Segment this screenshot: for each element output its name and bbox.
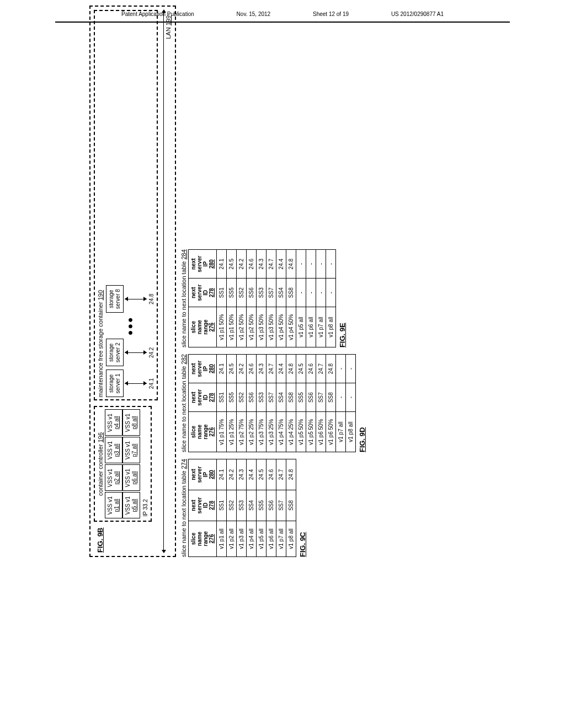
controller-box: container controller 196 VSS v1p1 allVSS… (94, 406, 152, 522)
table-row: v1 p3 75%SS324.3 (257, 355, 266, 452)
table-row: v1 p4 50%SS824.8 (286, 250, 296, 347)
table-row: v1 p2 50%SS224.2 (237, 250, 247, 347)
table-cell: 24.7 (316, 355, 326, 383)
table-9c: slice name to next location table 274sli… (179, 459, 296, 557)
vss-cell: VSS v1p6 all (122, 464, 140, 491)
storage-container: maintenance free storage container 190 s… (94, 10, 158, 400)
table-cell: - (316, 279, 326, 307)
table-cell: SS8 (286, 490, 296, 521)
vss-cell: VSS v1p8 all (122, 409, 140, 436)
table-cell: 24.2 (237, 250, 247, 279)
table-cell: v1 p3 75% (257, 412, 266, 452)
table-cell: v1 p7 all (336, 412, 346, 452)
table-cell: 24.1 (217, 459, 227, 490)
table-cell: v1 p2 50% (237, 307, 247, 347)
table-cell: - (296, 279, 306, 307)
table-caption: slice name to next location table 282 (179, 354, 188, 452)
table-row: v1 p7 all-- (316, 250, 326, 347)
table-row: v1 p4 50%SS424.4 (276, 250, 286, 347)
table-cell: v1 p7 all (316, 307, 326, 347)
table-cell: SS3 (257, 279, 266, 307)
double-arrow-icon (125, 299, 147, 299)
table-cell: 24.1 (217, 250, 227, 279)
table-cell: SS8 (286, 383, 296, 412)
table-row: v1 p6 50%SS724.7 (316, 355, 326, 452)
table-cell: v1 p6 all (306, 307, 316, 347)
table-cell: SS6 (247, 383, 257, 412)
table-cell: 24.3 (257, 355, 266, 383)
table-cell: SS4 (276, 383, 286, 412)
table-cell: SS7 (266, 383, 276, 412)
table-cell: v1 p4 all (247, 521, 257, 556)
col-header: nextserverIP280 (189, 459, 217, 490)
col-header: nextserverID278 (189, 279, 217, 307)
table-cell: SS1 (217, 490, 227, 521)
table-cell: v1 p8 all (286, 521, 296, 556)
vss-cell: VSS v1p2 all (105, 464, 122, 491)
table-cell: - (296, 250, 306, 279)
table-row: v1 p3 50%SS324.3 (257, 250, 266, 347)
table-cell: - (346, 355, 356, 383)
table-cell: v1 p6 50% (316, 412, 326, 452)
table-cell: 24.7 (276, 459, 286, 490)
table-cell: 24.8 (286, 459, 296, 490)
table-cell: - (306, 250, 316, 279)
lan-line (163, 10, 164, 553)
table-row: v1 p4 25%SS824.8 (286, 355, 296, 452)
table-cell: v1 p5 50% (296, 412, 306, 452)
server-col: storage server 124.1 (106, 370, 154, 397)
table-cell: v1 p8 all (326, 307, 336, 347)
fig-9c-label: FIG. 9C (299, 532, 307, 557)
table-cell: 24.5 (227, 355, 237, 383)
table-cell: SS2 (227, 490, 237, 521)
table-9d: slice name to next location table 282sli… (179, 354, 356, 452)
table-cell: SS6 (266, 490, 276, 521)
server-col: storage server 224.2 (106, 339, 154, 366)
table-cell: v1 p8 all (346, 412, 356, 452)
table-cell: v1 p1 25% (227, 412, 237, 452)
table-row: v1 p4 75%SS424.4 (276, 355, 286, 452)
table-cell: v1 p4 50% (286, 307, 296, 347)
table-row: v1 p1 50%SS524.5 (227, 250, 237, 347)
table-cell: v1 p4 50% (276, 307, 286, 347)
double-arrow-icon (125, 383, 147, 384)
table-cell: 24.4 (276, 355, 286, 383)
table-row: v1 p6 all-- (306, 250, 316, 347)
table-cell: SS5 (227, 279, 237, 307)
table-row: v1 p1 50%SS124.1 (217, 250, 227, 347)
table-cell: 24.5 (257, 459, 266, 490)
fig-9b-container: FIG. 9B container controller 196 VSS v1p… (89, 6, 176, 557)
table-cell: v1 p2 75% (237, 412, 247, 452)
table-cell: - (326, 279, 336, 307)
vss-cell: VSS v1p5 all (122, 492, 140, 518)
table-cell: SS5 (296, 383, 306, 412)
storage-title: maintenance free storage container 190 (97, 13, 104, 397)
table-row: v1 p3 allSS324.3 (237, 459, 247, 557)
table-cell: v1 p2 25% (247, 412, 257, 452)
table-row: v1 p2 75%SS224.2 (237, 355, 247, 452)
table-cell: SS3 (237, 490, 247, 521)
table-cell: 24.7 (266, 355, 276, 383)
table-cell: v1 p1 50% (227, 307, 237, 347)
table-cell: SS7 (266, 279, 276, 307)
table-cell: v1 p1 all (217, 521, 227, 556)
fig-9d-label: FIG. 9D (358, 427, 366, 453)
table-row: v1 p2 allSS224.2 (227, 459, 237, 557)
col-header: nextserverID278 (189, 490, 217, 521)
table-cell: SS5 (257, 490, 266, 521)
table-cell: SS7 (276, 490, 286, 521)
table-cell: 24.3 (257, 250, 266, 279)
table-cell: SS1 (217, 383, 227, 412)
table-cell: v1 p3 50% (257, 307, 266, 347)
table-cell: - (346, 383, 356, 412)
table-row: v1 p2 50%SS624.6 (247, 250, 257, 347)
table-cell: v1 p1 50% (217, 307, 227, 347)
table-cell: 24.1 (217, 355, 227, 383)
col-header: nextserverIP280 (189, 355, 217, 383)
table-row: v1 p6 allSS624.6 (266, 459, 276, 557)
table-cell: 24.6 (266, 459, 276, 490)
table-row: v1 p5 50%SS524.5 (296, 355, 306, 452)
table-cell: - (316, 250, 326, 279)
table-caption: slice name to next location table 274 (179, 459, 188, 557)
table-cell: 24.2 (237, 355, 247, 383)
